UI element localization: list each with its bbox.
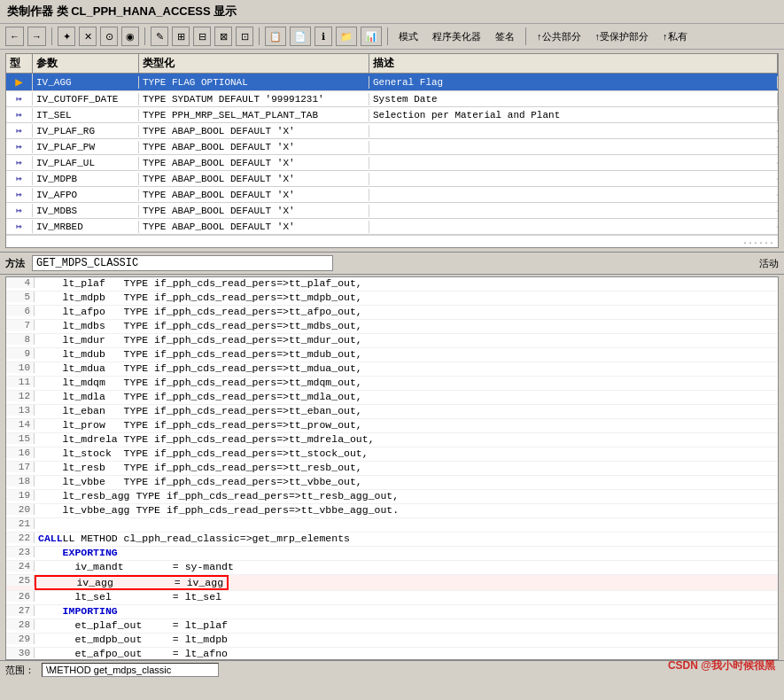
status-label: 范围：	[5, 664, 35, 677]
params-table: 型 参数 类型化 描述 ▶ IV_AGG TYPE FLAG OPTIONAL …	[5, 53, 779, 248]
param-typing: TYPE ABAP_BOOL DEFAULT 'X'	[139, 221, 369, 233]
title-bar: 类制作器 类 CL_PPH_HANA_ACCESS 显示	[0, 0, 784, 24]
method-active: 活动	[759, 257, 779, 270]
code-line: 19 lt_resb_agg TYPE if_pph_cds_read_pers…	[6, 490, 778, 504]
code-line: 30 et_afpo_out = lt_afno	[6, 648, 778, 659]
status-value: \METHOD get_mdps_classic	[42, 663, 219, 677]
table-row[interactable]: ↦ IV_AFPO TYPE ABAP_BOOL DEFAULT 'X'	[6, 187, 778, 203]
line-code: et_plaf_out = lt_plaf	[35, 619, 231, 631]
type-icon: ▶	[6, 74, 33, 90]
table-row[interactable]: ↦ IV_CUTOFF_DATE TYPE SYDATUM DEFAULT '9…	[6, 91, 778, 107]
line-number: 4	[6, 277, 35, 288]
line-code: EXPORTING	[35, 547, 121, 558]
line-code: lt_mdua TYPE if_pph_cds_read_pers=>tt_md…	[35, 362, 366, 374]
method-input[interactable]	[32, 255, 333, 271]
type-icon: ↦	[6, 172, 33, 185]
line-code: lt_mdub TYPE if_pph_cds_read_pers=>tt_md…	[35, 348, 366, 360]
param-name: IV_MDPB	[33, 173, 139, 185]
line-code: lt_resb_agg TYPE if_pph_cds_read_pers=>t…	[35, 490, 402, 502]
code-lines: 4 lt_plaf TYPE if_pph_cds_read_pers=>tt_…	[6, 277, 778, 659]
close-button[interactable]: ✕	[79, 27, 97, 46]
private-button[interactable]: ↑私有	[657, 29, 693, 44]
col-desc: 描述	[369, 54, 778, 73]
line-number: 14	[6, 419, 35, 430]
line-number: 22	[6, 533, 35, 543]
code-line: 5 lt_mdpb TYPE if_pph_cds_read_pers=>tt_…	[6, 292, 778, 306]
type-icon: ↦	[6, 204, 33, 217]
code-line: 8 lt_mdur TYPE if_pph_cds_read_pers=>tt_…	[6, 334, 778, 348]
protected-button[interactable]: ↑受保护部分	[590, 29, 655, 44]
folder-button[interactable]: 📁	[336, 27, 357, 46]
forward-button[interactable]: →	[27, 27, 46, 46]
beautify-button[interactable]: 程序美化器	[427, 29, 486, 44]
code-line: 28 et_plaf_out = lt_plaf	[6, 619, 778, 634]
toolbar-btn-7[interactable]: ⊟	[193, 27, 211, 46]
toolbar-btn-1[interactable]: ✦	[58, 27, 75, 46]
code-line: 9 lt_mdub TYPE if_pph_cds_read_pers=>tt_…	[6, 348, 778, 362]
line-number: 17	[6, 462, 35, 472]
param-desc: System Date	[369, 93, 778, 105]
main-content: 型 参数 类型化 描述 ▶ IV_AGG TYPE FLAG OPTIONAL …	[0, 50, 784, 679]
code-line: 22CALLLL METHOD cl_pph_read_classic=>get…	[6, 533, 778, 547]
param-typing: TYPE ABAP_BOOL DEFAULT 'X'	[139, 125, 369, 137]
table-row[interactable]: ↦ IV_MRBED TYPE ABAP_BOOL DEFAULT 'X'	[6, 219, 778, 235]
line-code: lt_mdla TYPE if_pph_cds_read_pers=>tt_md…	[35, 391, 366, 402]
line-number: 25	[6, 575, 35, 586]
mode-button[interactable]: 模式	[393, 29, 423, 44]
chart-button[interactable]: 📊	[361, 27, 382, 46]
copy-button[interactable]: 📋	[265, 27, 286, 46]
toolbar-btn-8[interactable]: ⊠	[214, 27, 232, 46]
line-code: lt_vbbe TYPE if_pph_cds_read_pers=>tt_vb…	[35, 476, 366, 487]
toolbar-btn-4[interactable]: ◉	[121, 27, 139, 46]
sign-button[interactable]: 签名	[490, 29, 520, 44]
public-button[interactable]: ↑公共部分	[532, 29, 586, 44]
separator-5	[525, 27, 526, 45]
line-number: 26	[6, 591, 35, 602]
line-number: 12	[6, 391, 35, 401]
param-typing: TYPE ABAP_BOOL DEFAULT 'X'	[139, 205, 369, 217]
param-name: IV_MDBS	[33, 205, 139, 217]
line-code: lt_stock TYPE if_pph_cds_read_pers=>tt_s…	[35, 447, 372, 459]
info-button[interactable]: ℹ	[314, 27, 332, 46]
back-button[interactable]: ←	[5, 27, 24, 46]
line-code: lt_afpo TYPE if_pph_cds_read_pers=>tt_af…	[35, 306, 366, 317]
param-name: IV_MRBED	[33, 221, 139, 233]
type-icon: ↦	[6, 220, 33, 233]
toolbar-btn-3[interactable]: ⊙	[100, 27, 118, 46]
param-name: IV_PLAF_RG	[33, 125, 139, 137]
param-desc	[369, 146, 778, 148]
table-row[interactable]: ▶ IV_AGG TYPE FLAG OPTIONAL General Flag	[6, 74, 778, 91]
line-code: lt_mdpb TYPE if_pph_cds_read_pers=>tt_md…	[35, 292, 366, 303]
separator-1	[51, 27, 52, 45]
edit-button[interactable]: ✎	[151, 27, 168, 46]
toolbar-btn-9[interactable]: ⊡	[236, 27, 253, 46]
line-code: lt_vbbe_agg TYPE if_pph_cds_read_pers=>t…	[35, 504, 402, 516]
param-desc	[369, 162, 778, 164]
method-bar: 方法 活动	[0, 252, 784, 275]
table-row[interactable]: ↦ IV_MDBS TYPE ABAP_BOOL DEFAULT 'X'	[6, 203, 778, 219]
param-name: IV_CUTOFF_DATE	[33, 93, 139, 105]
line-number: 29	[6, 634, 35, 644]
code-content[interactable]: 4 lt_plaf TYPE if_pph_cds_read_pers=>tt_…	[6, 277, 778, 659]
separator-3	[259, 27, 260, 45]
separator-2	[144, 27, 145, 45]
code-line: 11 lt_mdqm TYPE if_pph_cds_read_pers=>tt…	[6, 377, 778, 391]
table-row[interactable]: ↦ IV_PLAF_RG TYPE ABAP_BOOL DEFAULT 'X'	[6, 123, 778, 139]
code-line: 27 IMPORTING	[6, 605, 778, 619]
table-row[interactable]: ↦ IV_PLAF_PW TYPE ABAP_BOOL DEFAULT 'X'	[6, 139, 778, 155]
param-typing: TYPE ABAP_BOOL DEFAULT 'X'	[139, 189, 369, 201]
table-row[interactable]: ↦ IV_MDPB TYPE ABAP_BOOL DEFAULT 'X'	[6, 171, 778, 187]
code-line: 18 lt_vbbe TYPE if_pph_cds_read_pers=>tt…	[6, 476, 778, 490]
doc-button[interactable]: 📄	[290, 27, 311, 46]
param-typing: TYPE SYDATUM DEFAULT '99991231'	[139, 93, 369, 105]
line-code: lt_eban TYPE if_pph_cds_read_pers=>tt_eb…	[35, 405, 366, 416]
toolbar-btn-6[interactable]: ⊞	[172, 27, 190, 46]
code-line: 20 lt_vbbe_agg TYPE if_pph_cds_read_pers…	[6, 504, 778, 518]
param-typing: TYPE FLAG OPTIONAL	[139, 76, 369, 89]
line-number: 24	[6, 561, 35, 572]
param-name: IV_AGG	[33, 76, 139, 89]
table-row[interactable]: ↦ IT_SEL TYPE PPH_MRP_SEL_MAT_PLANT_TAB …	[6, 107, 778, 123]
table-row[interactable]: ↦ IV_PLAF_UL TYPE ABAP_BOOL DEFAULT 'X'	[6, 155, 778, 171]
title-text: 类制作器 类 CL_PPH_HANA_ACCESS 显示	[7, 4, 237, 19]
line-code: lt_mdbs TYPE if_pph_cds_read_pers=>tt_md…	[35, 320, 366, 331]
